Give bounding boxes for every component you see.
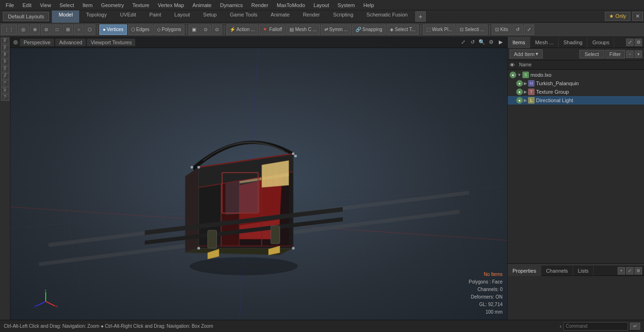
tb-oval-btn[interactable]: ○ <box>74 24 83 35</box>
menu-view[interactable]: View <box>36 1 55 9</box>
tb-plus-btn[interactable]: ⊕ <box>30 24 40 35</box>
viewport-tab-perspective[interactable]: Perspective <box>20 39 54 46</box>
tb-select-btn[interactable]: ⊘ <box>41 24 51 35</box>
sidebar-du-btn[interactable]: Du... <box>1 45 9 51</box>
menu-select[interactable]: Select <box>56 1 78 9</box>
falloff-button[interactable]: 🔻 Falloff <box>259 24 285 35</box>
command-bar[interactable] <box>563 322 628 331</box>
symmetry-button[interactable]: ⇌ Symm ... <box>321 24 351 35</box>
sidebar-de-btn[interactable]: De... <box>1 38 9 44</box>
prop-settings-btn[interactable]: ⚙ <box>635 267 642 275</box>
selection-button[interactable]: ⊡ Selecti ... <box>456 24 487 35</box>
mesh-button[interactable]: ▤ Mesh C ... <box>286 24 320 35</box>
close-layout-button[interactable]: ✕ <box>632 12 643 21</box>
tab-uvedit[interactable]: UVEdit <box>113 10 142 23</box>
tab-animate[interactable]: Animate <box>264 10 296 23</box>
tab-layout[interactable]: Layout <box>168 10 197 23</box>
tab-properties[interactable]: Properties <box>508 266 541 276</box>
tree-item-directional-light[interactable]: ● ▶ L Directional Light <box>508 96 644 105</box>
tab-paint[interactable]: Paint <box>143 10 168 23</box>
sidebar-c-btn[interactable]: C... <box>1 80 9 87</box>
viewport-refresh-icon[interactable]: ↺ <box>469 39 476 46</box>
viewport-expand-icon[interactable]: ▶ <box>497 39 504 46</box>
tab-schematic-fusion[interactable]: Schematic Fusion <box>360 10 414 23</box>
select-t-button[interactable]: ◈ Select T... <box>387 24 419 35</box>
eye-directional-light[interactable]: ● <box>516 97 523 104</box>
tb-refresh-btn[interactable]: ↺ <box>512 24 523 35</box>
tb-grid-btn[interactable]: ⊞ <box>63 24 73 35</box>
tab-lists[interactable]: Lists <box>573 266 594 276</box>
tb-square-btn[interactable]: □ <box>52 24 62 35</box>
filter-button[interactable]: Filter <box>605 50 625 58</box>
eye-texture-group[interactable]: ● <box>516 89 523 95</box>
tab-model[interactable]: Model <box>52 10 79 23</box>
tree-item-modo-lxo[interactable]: ● ▼ S modo.lxo <box>508 71 644 79</box>
tb-mesh-btn[interactable]: ▣ <box>189 24 199 35</box>
tab-mesh[interactable]: Mesh ... <box>530 37 559 48</box>
vertices-button[interactable]: ● Vertices <box>99 24 127 35</box>
select-button[interactable]: Select <box>579 50 604 58</box>
items-minus-btn[interactable]: − <box>626 50 634 58</box>
viewport-search-icon[interactable]: 🔍 <box>478 39 486 46</box>
menu-layout[interactable]: Layout <box>310 1 333 9</box>
menu-texture[interactable]: Texture <box>129 1 153 9</box>
viewport-tab-textures[interactable]: Viewport Textures <box>87 39 135 46</box>
tab-channels[interactable]: Channels <box>541 266 573 276</box>
command-submit-btn[interactable]: ↵ <box>630 323 640 330</box>
menu-file[interactable]: File <box>2 1 18 9</box>
tree-item-turkish-palanquin[interactable]: ● ▶ M Turkish_Palanquin <box>508 79 644 88</box>
kits-button[interactable]: ⊡ Kits <box>492 24 511 35</box>
polygons-button[interactable]: ◇ Polygons <box>154 24 184 35</box>
tab-items[interactable]: Items <box>508 37 530 48</box>
tab-topology[interactable]: Topology <box>79 10 113 23</box>
menu-dynamics[interactable]: Dynamics <box>216 1 247 9</box>
eye-turkish-palanquin[interactable]: ● <box>516 80 523 87</box>
items-settings-btn[interactable]: ⚙ <box>635 39 642 46</box>
items-arrow-btn[interactable]: ▾ <box>635 50 642 58</box>
menu-help[interactable]: Help <box>360 1 378 9</box>
menu-item[interactable]: Item <box>79 1 96 9</box>
tab-scripting[interactable]: Scripting <box>327 10 360 23</box>
sidebar-uv-btn[interactable]: UV... <box>1 87 9 94</box>
sidebar-me-btn[interactable]: Me... <box>1 52 9 58</box>
menu-render[interactable]: Render <box>248 1 272 9</box>
viewport-settings-icon[interactable]: ⚙ <box>487 39 495 46</box>
menu-geometry[interactable]: Geometry <box>97 1 127 9</box>
viewport-tab-advanced[interactable]: Advanced <box>55 39 86 46</box>
menu-edit[interactable]: Edit <box>19 1 35 9</box>
tb-hex-btn[interactable]: ⬡ <box>84 24 95 35</box>
menu-vertex-map[interactable]: Vertex Map <box>154 1 188 9</box>
default-layouts-dropdown[interactable]: Default Layouts <box>3 12 49 21</box>
add-layout-tab-button[interactable]: + <box>415 11 426 22</box>
tb-fullscreen-btn[interactable]: ⤢ <box>524 24 534 35</box>
edges-button[interactable]: ⬡ Edges <box>128 24 153 35</box>
tab-setup[interactable]: Setup <box>197 10 223 23</box>
tab-groups[interactable]: Groups <box>587 37 614 48</box>
viewport[interactable]: Perspective Advanced Viewport Textures ⤢… <box>10 37 507 320</box>
sidebar-en-btn[interactable]: En... <box>1 66 9 73</box>
viewport-maximize-icon[interactable]: ⤢ <box>459 39 467 46</box>
items-expand-btn[interactable]: ⤢ <box>626 39 634 46</box>
menu-animate[interactable]: Animate <box>189 1 215 9</box>
prop-add-btn[interactable]: + <box>618 267 625 275</box>
tab-game-tools[interactable]: Game Tools <box>223 10 264 23</box>
menu-maxtomodo[interactable]: MaxToModo <box>273 1 309 9</box>
sidebar-po-btn[interactable]: Po... <box>1 73 9 80</box>
tab-render[interactable]: Render <box>296 10 326 23</box>
snapping-button[interactable]: 🔗 Snapping <box>352 24 386 35</box>
sidebar-f-btn[interactable]: F... <box>1 94 9 101</box>
tb-dots-btn[interactable]: ⋮⋮ <box>1 24 17 35</box>
sidebar-ve-btn[interactable]: Ve... <box>1 59 9 65</box>
command-input[interactable] <box>566 324 626 329</box>
action-button[interactable]: ⚡ Action ... <box>226 24 258 35</box>
tb-circle3-btn[interactable]: ⊙ <box>212 24 222 35</box>
work-plane-button[interactable]: ⬚ Work Pl... <box>423 24 455 35</box>
eye-modo-lxo[interactable]: ● <box>510 72 516 78</box>
star-only-button[interactable]: ★ Only <box>605 12 630 21</box>
add-item-button[interactable]: Add Item ▾ <box>510 49 543 58</box>
menu-system[interactable]: System <box>334 1 359 9</box>
tb-circle-btn[interactable]: ◎ <box>18 24 29 35</box>
tree-item-texture-group[interactable]: ● ▶ T Texture Group <box>508 88 644 96</box>
prop-expand-btn[interactable]: ⤢ <box>626 267 634 275</box>
tab-shading[interactable]: Shading <box>559 37 587 48</box>
